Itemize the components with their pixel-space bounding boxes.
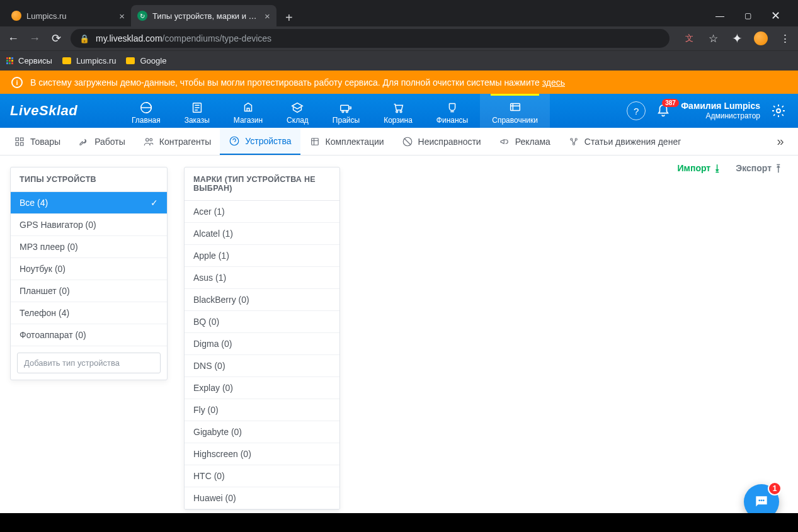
brand-item[interactable]: Apple (1) (185, 245, 339, 267)
nav-item-главная[interactable]: Главная (120, 94, 173, 128)
device-type-item[interactable]: GPS Навигатор (0) (11, 214, 167, 236)
favicon-icon (11, 11, 21, 21)
brand-item[interactable]: Gigabyte (0) (185, 421, 339, 443)
nav-item-финансы[interactable]: Финансы (425, 94, 480, 128)
nav-item-заказы[interactable]: Заказы (173, 94, 222, 128)
brand-item[interactable]: Acer (1) (185, 201, 339, 223)
import-button[interactable]: Импорт⭳ (678, 163, 722, 173)
svg-rect-9 (16, 138, 19, 141)
bookmark-star-icon[interactable]: ☆ (706, 31, 720, 45)
brand-logo[interactable]: LiveSklad (0, 94, 120, 128)
svg-point-6 (400, 111, 402, 113)
nav-label: Заказы (185, 116, 210, 125)
bookmark-folder[interactable]: Lumpics.ru (62, 56, 117, 65)
brand-item[interactable]: Alcatel (1) (185, 223, 339, 245)
profile-avatar[interactable] (754, 31, 768, 45)
device-type-item[interactable]: Ноутбук (0) (11, 258, 167, 280)
settings-button[interactable] (769, 101, 788, 120)
subnav-item[interactable]: Контрагенты (134, 128, 220, 155)
brand-item[interactable]: BlackBerry (0) (185, 289, 339, 311)
close-icon[interactable]: × (265, 11, 270, 21)
nav-label: Склад (287, 116, 309, 125)
browser-tab-strip: Lumpics.ru × Типы устройств, марки и мод… (0, 0, 798, 26)
notice-link[interactable]: здесь (542, 77, 565, 88)
svg-rect-12 (21, 142, 24, 145)
brand-item[interactable]: Huawei (0) (185, 487, 339, 509)
user-name: Фамилия Lumpics (681, 100, 760, 111)
svg-rect-11 (16, 142, 19, 145)
subnav-item[interactable]: Товары (5, 128, 69, 155)
subnav-icon (229, 135, 240, 147)
subnav-item[interactable]: Статьи движения денег (559, 128, 690, 155)
brand-item[interactable]: BQ (0) (185, 311, 339, 333)
subnav-label: Реклама (515, 137, 550, 147)
nav-icon (190, 101, 204, 114)
device-type-item[interactable]: Телефон (4) (11, 302, 167, 324)
url-host: my.livesklad.com (96, 33, 162, 43)
svg-rect-7 (510, 103, 520, 110)
apps-icon (6, 57, 13, 64)
apps-button[interactable]: Сервисы (6, 56, 52, 65)
nav-label: Прайсы (333, 116, 360, 125)
translate-icon[interactable]: 文 (682, 31, 696, 45)
close-icon[interactable]: × (119, 11, 125, 21)
panel-title: ТИПЫ УСТРОЙСТВ (11, 167, 167, 192)
brand-item[interactable]: HTC (0) (185, 465, 339, 487)
brand-item[interactable]: DNS (0) (185, 355, 339, 377)
bookmarks-apps-label: Сервисы (18, 56, 52, 65)
nav-label: Магазин (234, 116, 263, 125)
device-type-item[interactable]: Фотоаппарат (0) (11, 324, 167, 346)
svg-point-15 (231, 137, 239, 145)
nav-item-прайсы[interactable]: Прайсы (321, 94, 372, 128)
subnav-item[interactable]: Устройства (220, 128, 300, 155)
demo-notice: i В систему загружены демо-данные, чтобы… (0, 71, 798, 94)
bookmark-label: Google (140, 56, 166, 65)
nav-icon (391, 101, 405, 114)
brand-item[interactable]: Explay (0) (185, 377, 339, 399)
export-button[interactable]: Экспорт⭱ (736, 163, 783, 173)
folder-icon (126, 57, 135, 64)
user-menu[interactable]: Фамилия Lumpics Администратор (681, 100, 760, 122)
subnav-item[interactable]: Реклама (490, 128, 559, 155)
add-device-type-input[interactable] (17, 353, 161, 373)
brand-item[interactable]: Asus (1) (185, 267, 339, 289)
nav-item-справочники[interactable]: Справочники (480, 94, 550, 128)
brand-item[interactable]: Fly (0) (185, 399, 339, 421)
subnav-item[interactable]: Работы (69, 128, 134, 155)
back-button[interactable]: ← (6, 31, 20, 45)
subnav-icon (14, 136, 25, 147)
info-icon: i (11, 77, 23, 88)
subnav-more-button[interactable]: » (768, 128, 793, 155)
url-input[interactable]: 🔒 my.livesklad.com/compendiums/type-devi… (71, 29, 670, 48)
nav-item-магазин[interactable]: Магазин (222, 94, 275, 128)
forward-button[interactable]: → (28, 31, 42, 45)
lock-icon: 🔒 (79, 34, 89, 43)
window-minimize-button[interactable]: — (714, 9, 726, 22)
window-close-button[interactable]: ✕ (769, 9, 782, 22)
subnav-label: Статьи движения денег (584, 137, 681, 147)
nav-item-корзина[interactable]: Корзина (372, 94, 425, 128)
nav-item-склад[interactable]: Склад (275, 94, 321, 128)
nav-icon (241, 101, 255, 114)
device-type-item[interactable]: Все (4) (11, 192, 167, 214)
notifications-button[interactable]: 387 (654, 102, 672, 120)
chat-badge: 1 (768, 482, 782, 495)
help-button[interactable]: ? (627, 101, 646, 120)
subnav-item[interactable]: Комплектации (300, 128, 393, 155)
subnav-item[interactable]: Неисправности (393, 128, 490, 155)
content-area: Импорт⭳ Экспорт⭱ ТИПЫ УСТРОЙСТВ Все (4)G… (0, 156, 798, 532)
brand-item[interactable]: Highscreen (0) (185, 443, 339, 465)
reload-button[interactable]: ⟳ (49, 31, 63, 45)
brand-item[interactable]: Digma (0) (185, 333, 339, 355)
kebab-menu-icon[interactable]: ⋮ (778, 31, 792, 45)
device-type-item[interactable]: Планшет (0) (11, 280, 167, 302)
browser-tab[interactable]: Lumpics.ru × (5, 5, 131, 26)
browser-tab[interactable]: Типы устройств, марки и моде… × (131, 5, 276, 26)
new-tab-button[interactable]: + (280, 9, 298, 26)
bookmark-folder[interactable]: Google (126, 56, 166, 65)
folder-icon (62, 57, 71, 64)
device-type-item[interactable]: MP3 плеер (0) (11, 236, 167, 258)
extensions-icon[interactable]: ✦ (730, 31, 744, 45)
svg-point-14 (150, 139, 152, 141)
window-maximize-button[interactable]: ▢ (741, 9, 754, 22)
